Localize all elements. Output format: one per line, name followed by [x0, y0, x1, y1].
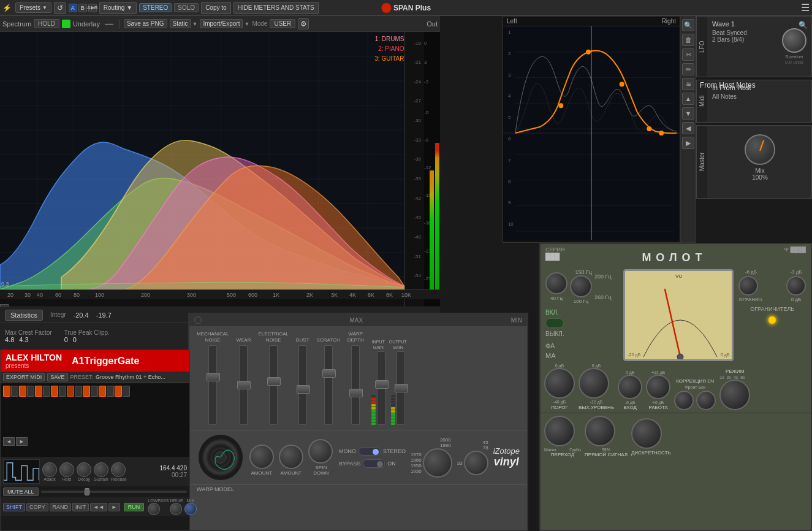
mute-slider-thumb[interactable] — [85, 488, 89, 495]
nav-down-button[interactable]: ▼ — [682, 107, 694, 120]
hold-button[interactable]: HOLD — [34, 19, 59, 28]
shift-button[interactable]: SHIFT — [3, 503, 25, 511]
freq-knobs: 40 Гц 150 Гц 100 Гц 200 Гц 260 Гц — [545, 269, 618, 304]
dust-fader[interactable] — [298, 345, 307, 425]
step-btn-7[interactable] — [51, 386, 58, 397]
input-gain-fader[interactable] — [377, 351, 385, 425]
diskretnost-knob[interactable] — [631, 418, 662, 449]
magnify-button[interactable]: 🔍 — [682, 19, 694, 31]
vkl-toggle[interactable] — [545, 318, 564, 328]
lfo-knob[interactable] — [782, 28, 806, 53]
mix-knob[interactable] — [184, 503, 197, 515]
copy-button[interactable]: COPY — [26, 503, 48, 511]
attack-knob[interactable] — [42, 462, 57, 477]
pencil-button[interactable]: ✏ — [682, 63, 694, 75]
ogranich-knob2[interactable] — [786, 276, 806, 296]
step-btn-8[interactable] — [59, 386, 66, 397]
rpm-knob[interactable] — [464, 451, 488, 475]
step-btn-3[interactable] — [19, 386, 26, 397]
bypass-toggle[interactable] — [363, 459, 385, 468]
rabota-knob[interactable] — [646, 375, 670, 399]
presets-button[interactable]: Presets ▼ — [15, 2, 51, 13]
arrow-left-button[interactable]: ◀ — [682, 122, 694, 134]
mono-stereo-toggle[interactable] — [359, 447, 381, 456]
user-button[interactable]: USER — [270, 19, 295, 28]
ab-button[interactable]: A▶B — [88, 4, 97, 12]
electrical-noise-fader[interactable] — [269, 345, 278, 425]
scissor-button[interactable]: ✂ — [682, 48, 694, 61]
b-button[interactable]: B — [78, 4, 87, 12]
solo-button[interactable]: SOLO — [174, 3, 199, 12]
freq-knob-1[interactable] — [545, 272, 567, 294]
next-button[interactable]: ► — [16, 437, 28, 446]
prev-button[interactable]: ◄ — [3, 437, 15, 446]
save-button[interactable]: SAVE — [47, 373, 67, 381]
year-knob[interactable] — [423, 448, 452, 478]
lowpass-knob[interactable] — [148, 503, 160, 515]
minus-button[interactable]: — — [102, 19, 116, 29]
save-png-button[interactable]: Save as PNG — [124, 19, 167, 28]
korr-knob1[interactable] — [674, 391, 694, 410]
nav-up-button[interactable]: ▲ — [682, 93, 694, 105]
step-btn-4[interactable] — [27, 386, 34, 397]
play-button[interactable]: ► — [108, 503, 120, 511]
amount1-knob[interactable] — [249, 445, 274, 469]
step-btn-5[interactable] — [35, 386, 42, 397]
static-dropdown[interactable]: Static — [170, 19, 191, 28]
step-btn-6[interactable] — [43, 386, 50, 397]
mute-all-button[interactable]: MUTE ALL — [3, 487, 39, 496]
rewind-button[interactable]: ◄◄ — [90, 503, 107, 511]
gear-button[interactable]: ⚙ — [298, 18, 309, 29]
wave-button[interactable]: ≋ — [682, 78, 694, 90]
trash-button[interactable]: 🗑 — [682, 34, 694, 46]
perekhod-knob[interactable] — [544, 416, 575, 446]
scratch-fader[interactable] — [324, 345, 333, 425]
step-btn-9[interactable] — [67, 386, 74, 397]
threshold-knob[interactable] — [544, 368, 575, 399]
master-mix-knob[interactable] — [745, 134, 775, 165]
copy-to-button[interactable]: Copy to — [201, 2, 230, 14]
step-btn-1[interactable] — [3, 386, 10, 397]
step-btn-14[interactable] — [107, 386, 114, 397]
rand-button[interactable]: RAND — [50, 503, 72, 511]
wear-fader[interactable] — [239, 345, 248, 425]
korr-knob2[interactable] — [696, 391, 716, 410]
hold-knob[interactable] — [59, 462, 74, 477]
vkhod-knob[interactable] — [618, 375, 642, 399]
step-btn-15[interactable] — [115, 386, 122, 397]
step-btn-10[interactable] — [75, 386, 82, 397]
spin-down-knob[interactable] — [308, 439, 333, 464]
mute-slider[interactable] — [41, 491, 187, 493]
init-button[interactable]: INIT — [72, 503, 89, 511]
release-knob[interactable] — [111, 462, 126, 477]
sustain-knob[interactable] — [94, 462, 108, 477]
hide-meters-button[interactable]: HIDE METERS AND STATS — [233, 2, 319, 14]
import-export-button[interactable]: Import/Export — [200, 19, 243, 28]
statistics-tab[interactable]: Statistics — [5, 310, 43, 321]
routing-dropdown[interactable]: Routing ▼ — [99, 2, 137, 14]
stereo-button[interactable]: STEREO — [139, 3, 172, 12]
decay-knob[interactable] — [77, 462, 91, 477]
arrow-right-button[interactable]: ▶ — [682, 137, 694, 149]
step-btn-13[interactable] — [99, 386, 106, 397]
regime-knob[interactable] — [719, 380, 750, 410]
a-button[interactable]: A — [69, 4, 77, 12]
ogranich-knob[interactable] — [738, 276, 758, 296]
warp-depth-fader[interactable] — [351, 345, 360, 425]
export-midi-button[interactable]: EXPORT MIDI — [3, 373, 45, 381]
step-btn-16[interactable] — [123, 386, 130, 397]
vinyl-close-btn[interactable] — [194, 316, 202, 324]
step-btn-11[interactable] — [83, 386, 90, 397]
freq-knob-2[interactable] — [570, 275, 592, 297]
step-btn-12[interactable] — [91, 386, 98, 397]
run-button[interactable]: RUN — [124, 503, 145, 511]
step-btn-2[interactable] — [11, 386, 18, 397]
output-knob[interactable] — [579, 368, 609, 399]
pryamoy-knob[interactable] — [585, 416, 615, 446]
drive-knob[interactable] — [170, 503, 182, 515]
mechanical-noise-fader[interactable] — [208, 345, 217, 425]
menu-button[interactable]: ☰ — [801, 2, 810, 13]
reload-button[interactable]: ↺ — [54, 2, 66, 14]
output-gain-fader[interactable] — [397, 351, 405, 425]
amount2-knob[interactable] — [279, 445, 303, 469]
